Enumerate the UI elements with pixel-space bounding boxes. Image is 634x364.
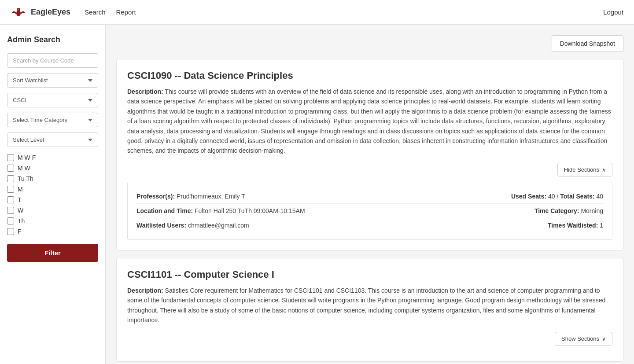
sections-toggle-bar-csci1101: Show Sections (127, 332, 612, 346)
sort-watchlist-select[interactable]: Sort Watchlist (7, 73, 98, 88)
day-f: F (7, 228, 98, 235)
day-w: W (7, 207, 98, 214)
course-card-csci1101: CSCI1101 -- Computer Science I Descripti… (116, 258, 623, 362)
days-checkboxes: M W F M W Tu Th M T W (7, 154, 98, 235)
chevron-down-icon-csci1101 (602, 335, 606, 342)
description-label-csci1090: Description: (127, 88, 163, 95)
top-bar: Download Snapshot (116, 35, 623, 52)
day-tuth: Tu Th (7, 175, 98, 182)
sections-toggle-bar-csci1090: Hide Sections (127, 163, 612, 176)
day-mwf: M W F (7, 154, 98, 161)
sidebar-title: Admin Search (7, 35, 98, 44)
course-card-csci1090: CSCI1090 -- Data Science Principles Desc… (116, 59, 623, 251)
day-mwf-label: M W F (18, 154, 36, 161)
day-f-label: F (18, 228, 22, 235)
professor-cell: Professor(s): Prud'hommeaux, Emily T (136, 193, 245, 200)
course-title-csci1101: CSCI1101 -- Computer Science I (127, 269, 612, 280)
description-text-csci1101: Satisfies Core requirement for Mathemati… (127, 287, 605, 324)
day-th-checkbox[interactable] (7, 217, 14, 224)
day-tuth-checkbox[interactable] (7, 175, 14, 182)
section-info-csci1090: Professor(s): Prud'hommeaux, Emily T Use… (127, 182, 612, 240)
brand: EagleEyes (11, 4, 70, 20)
eagle-icon (11, 4, 26, 20)
day-mw: M W (7, 165, 98, 172)
filter-button[interactable]: Filter (7, 244, 98, 262)
day-t-checkbox[interactable] (7, 196, 14, 203)
day-th-label: Th (18, 217, 25, 224)
waitlist-cell: Waitlisted Users: chmattlee@gmail.com (136, 222, 249, 229)
description-text-csci1090: This course will provide students with a… (127, 88, 611, 154)
day-w-checkbox[interactable] (7, 207, 14, 214)
page-layout: Admin Search Sort Watchlist CSCI Select … (0, 25, 634, 364)
course-description-csci1090: Description: This course will provide st… (127, 87, 612, 156)
show-sections-button-csci1101[interactable]: Show Sections (555, 332, 612, 346)
day-th: Th (7, 217, 98, 224)
department-select[interactable]: CSCI (7, 93, 98, 107)
section-row-professor: Professor(s): Prud'hommeaux, Emily T Use… (136, 189, 603, 203)
chevron-up-icon-csci1090 (602, 166, 606, 173)
day-w-label: W (18, 207, 23, 214)
time-category-select[interactable]: Select Time Category (7, 113, 98, 127)
course-description-csci1101: Description: Satisfies Core requirement … (127, 286, 612, 325)
location-cell: Location and Time: Fulton Hall 250 TuTh … (136, 207, 305, 214)
day-m-checkbox[interactable] (7, 186, 14, 193)
times-waitlisted-cell: Times Waitlisted: 1 (548, 222, 603, 229)
day-t-label: T (18, 196, 22, 203)
logout-button[interactable]: Logout (603, 8, 623, 16)
hide-sections-button-csci1090[interactable]: Hide Sections (557, 163, 612, 176)
main-content: Download Snapshot CSCI1090 -- Data Scien… (106, 25, 634, 364)
section-row-waitlist: Waitlisted Users: chmattlee@gmail.com Ti… (136, 218, 603, 232)
sidebar: Admin Search Sort Watchlist CSCI Select … (0, 25, 106, 364)
seats-cell: Used Seats: 40 / Total Seats: 40 (511, 193, 603, 200)
course-title-csci1090: CSCI1090 -- Data Science Principles (127, 70, 612, 81)
description-label-csci1101: Description: (127, 287, 163, 294)
day-tuth-label: Tu Th (18, 175, 33, 182)
course-code-search[interactable] (7, 53, 98, 68)
time-category-cell: Time Category: Morning (534, 207, 603, 214)
nav-search[interactable]: Search (85, 7, 106, 18)
navbar: EagleEyes Search Report Logout (0, 0, 634, 25)
brand-name: EagleEyes (31, 7, 70, 17)
day-f-checkbox[interactable] (7, 228, 14, 235)
download-snapshot-button[interactable]: Download Snapshot (552, 35, 623, 52)
navbar-left: EagleEyes Search Report (11, 4, 136, 20)
day-t: T (7, 196, 98, 203)
day-mwf-checkbox[interactable] (7, 154, 14, 161)
day-mw-checkbox[interactable] (7, 165, 14, 172)
svg-point-3 (18, 9, 18, 10)
day-mw-label: M W (18, 165, 30, 172)
section-row-location: Location and Time: Fulton Hall 250 TuTh … (136, 203, 603, 218)
day-m: M (7, 186, 98, 193)
day-m-label: M (18, 186, 23, 193)
level-select[interactable]: Select Level (7, 132, 98, 147)
nav-report[interactable]: Report (116, 7, 136, 18)
nav-links: Search Report (85, 7, 136, 18)
